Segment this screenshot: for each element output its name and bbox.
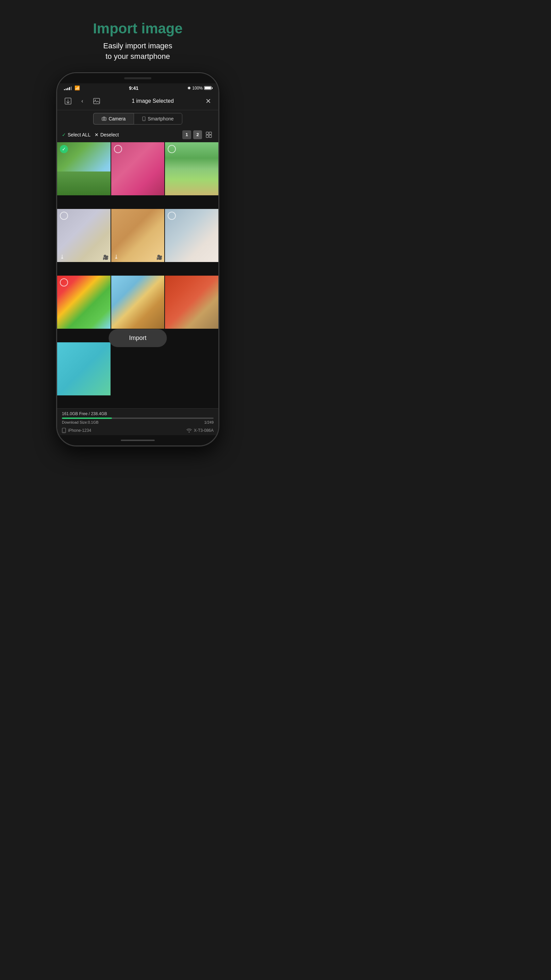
grid-cell-4[interactable]: ⤓ 🎥 (57, 209, 111, 262)
page-title: Import image (93, 21, 183, 37)
phone-bottom (57, 435, 218, 445)
image-grid: ✓ ⤓ 🎥 ⤓ (57, 142, 218, 408)
storage-section: 161.0GB Free / 238.4GB Download Size:0.1… (57, 408, 218, 426)
storage-progress-bar (62, 417, 214, 419)
svg-rect-1 (94, 98, 100, 104)
grid-cell-3[interactable] (165, 142, 218, 196)
app-header: ‹ 1 image Selected ✕ (57, 92, 218, 110)
status-time: 9:41 (129, 86, 138, 91)
phone-speaker (124, 77, 151, 79)
header-icons-left: ‹ (62, 95, 103, 107)
svg-rect-6 (143, 120, 144, 120)
phone-screen: 📶 9:41 ✱ 100% ‹ (57, 83, 218, 435)
grid-cell-5[interactable]: ⤓ 🎥 (111, 209, 165, 262)
download-size-text: Download Size:0.1GB (62, 420, 98, 424)
grid-view-icon[interactable] (204, 130, 214, 140)
select-indicator-4 (60, 212, 68, 220)
battery-icon (204, 86, 211, 90)
selection-title: 1 image Selected (103, 98, 203, 104)
image-count-text: 1/249 (204, 420, 214, 424)
status-bar: 📶 9:41 ✱ 100% (57, 83, 218, 92)
device-info: iPhone-1234 X-T3-086A (57, 426, 218, 435)
svg-rect-9 (206, 135, 208, 137)
x-icon: ✕ (95, 132, 98, 137)
view-2-badge[interactable]: 2 (193, 130, 202, 139)
svg-rect-3 (102, 118, 106, 121)
wifi-device-icon (186, 428, 192, 433)
phone-name: iPhone-1234 (68, 428, 91, 433)
grid-cell-6[interactable] (165, 209, 218, 262)
selection-toolbar: ✓ Select ALL ✕ Deselect 1 2 (57, 127, 218, 142)
page-header: Import image Easily import imagesto your… (79, 0, 196, 72)
home-indicator (121, 440, 155, 441)
phone-icon (62, 428, 66, 433)
view-1-badge[interactable]: 1 (182, 130, 191, 139)
video-icon-5: 🎥 (156, 255, 162, 260)
battery-percentage: 100% (192, 86, 203, 91)
status-right: ✱ 100% (187, 86, 211, 91)
download-icon-5: ⤓ (114, 253, 118, 260)
device-right: X-T3-086A (186, 428, 214, 433)
view-options: 1 2 (182, 130, 214, 140)
signal-icon (64, 86, 72, 90)
phone-shell: 📶 9:41 ✱ 100% ‹ (56, 72, 219, 447)
select-indicator-1: ✓ (60, 145, 68, 153)
svg-rect-12 (63, 432, 65, 432)
svg-point-2 (95, 99, 96, 100)
download-info-row: Download Size:0.1GB 1/249 (62, 420, 214, 424)
storage-free-text: 161.0GB Free / 238.4GB (62, 411, 214, 416)
back-icon[interactable]: ‹ (76, 95, 89, 107)
status-left: 📶 (64, 86, 80, 91)
image-icon[interactable] (91, 95, 103, 107)
close-button[interactable]: ✕ (203, 95, 214, 107)
grid-cell-9[interactable] (165, 275, 218, 329)
svg-rect-7 (206, 132, 208, 134)
video-icon-4: 🎥 (103, 255, 108, 260)
svg-rect-10 (209, 135, 211, 137)
grid-cell-10[interactable] (57, 342, 111, 396)
device-left: iPhone-1234 (62, 428, 91, 433)
phone-top (57, 73, 218, 83)
grid-cell-8[interactable] (111, 275, 165, 329)
tab-camera[interactable]: Camera (93, 113, 134, 124)
wifi-icon: 📶 (75, 86, 80, 91)
camera-name: X-T3-086A (194, 428, 214, 433)
import-button[interactable]: Import (108, 329, 167, 347)
page-subtitle: Easily import imagesto your smartphone (93, 41, 183, 62)
tab-smartphone[interactable]: Smartphone (134, 113, 182, 124)
select-indicator-7 (60, 278, 68, 286)
bluetooth-icon: ✱ (187, 86, 191, 91)
grid-cell-1[interactable]: ✓ (57, 142, 111, 196)
import-overlay: Import (108, 329, 167, 347)
select-all-button[interactable]: ✓ Select ALL (62, 132, 91, 137)
grid-cell-2[interactable] (111, 142, 165, 196)
checkmark-icon: ✓ (62, 132, 66, 137)
svg-rect-8 (209, 132, 211, 134)
select-indicator-2 (114, 145, 122, 153)
deselect-button[interactable]: ✕ Deselect (95, 132, 119, 137)
select-indicator-3 (168, 145, 176, 153)
storage-fill (62, 417, 112, 419)
tab-bar: Camera Smartphone (57, 110, 218, 127)
select-indicator-6 (168, 212, 176, 220)
svg-point-4 (103, 118, 105, 120)
import-to-device-icon[interactable] (62, 95, 74, 107)
grid-cell-7[interactable] (57, 275, 111, 329)
download-icon-4: ⤓ (60, 253, 64, 260)
